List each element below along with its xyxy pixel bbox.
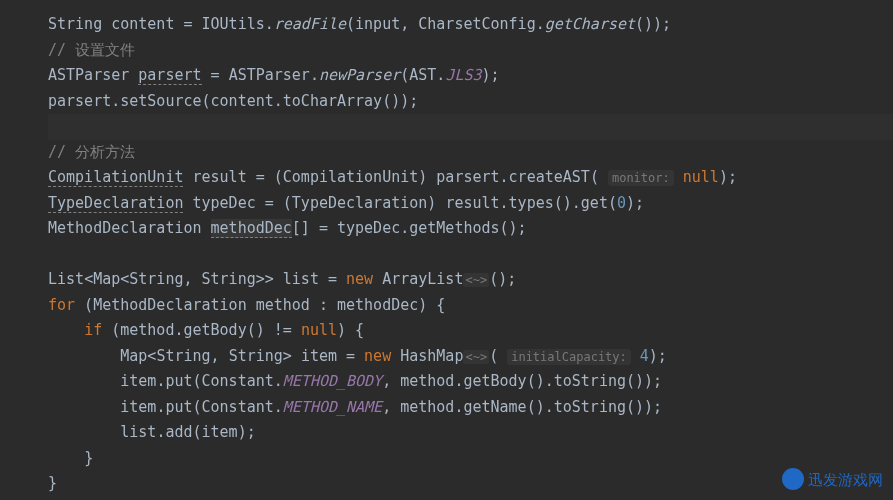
code-line bbox=[48, 242, 893, 268]
code-line: if (method.getBody() != null) { bbox=[48, 318, 893, 344]
code-line: TypeDeclaration typeDec = (TypeDeclarati… bbox=[48, 191, 893, 217]
code-line: MethodDeclaration methodDec[] = typeDec.… bbox=[48, 216, 893, 242]
watermark-icon bbox=[782, 468, 804, 490]
code-line: item.put(Constant.METHOD_BODY, method.ge… bbox=[48, 369, 893, 395]
code-line: String content = IOUtils.readFile(input,… bbox=[48, 12, 893, 38]
code-line: Map<String, String> item = new HashMap<~… bbox=[48, 344, 893, 370]
code-line: CompilationUnit result = (CompilationUni… bbox=[48, 165, 893, 191]
code-line: List<Map<String, String>> list = new Arr… bbox=[48, 267, 893, 293]
code-line: } bbox=[48, 446, 893, 472]
code-editor[interactable]: String content = IOUtils.readFile(input,… bbox=[0, 0, 893, 500]
cursor-line bbox=[48, 114, 893, 140]
code-line: list.add(item); bbox=[48, 420, 893, 446]
parameter-hint: monitor: bbox=[608, 170, 674, 186]
code-line: // 设置文件 bbox=[48, 38, 893, 64]
parameter-hint: initialCapacity: bbox=[507, 349, 631, 365]
watermark-text: 迅发游戏网 bbox=[808, 467, 883, 493]
code-line: parsert.setSource(content.toCharArray())… bbox=[48, 89, 893, 115]
code-line: } bbox=[48, 471, 893, 497]
code-line: for (MethodDeclaration method : methodDe… bbox=[48, 293, 893, 319]
code-line: item.put(Constant.METHOD_NAME, method.ge… bbox=[48, 395, 893, 421]
code-line: // 分析方法 bbox=[48, 140, 893, 166]
watermark: 迅发游戏网 bbox=[782, 467, 883, 493]
code-line: ASTParser parsert = ASTParser.newParser(… bbox=[48, 63, 893, 89]
